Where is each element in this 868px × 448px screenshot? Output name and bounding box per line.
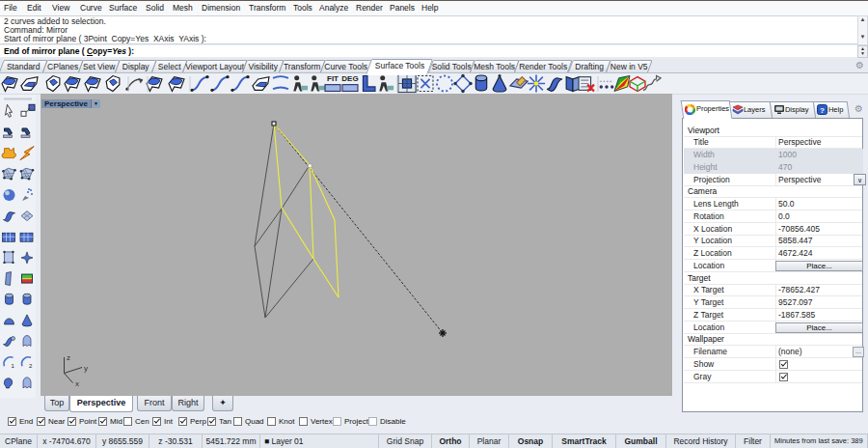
svg-text:y: y xyxy=(84,364,88,373)
svg-text:z: z xyxy=(67,353,70,362)
svg-text:x: x xyxy=(75,379,79,388)
svg-text:?: ? xyxy=(820,106,825,115)
